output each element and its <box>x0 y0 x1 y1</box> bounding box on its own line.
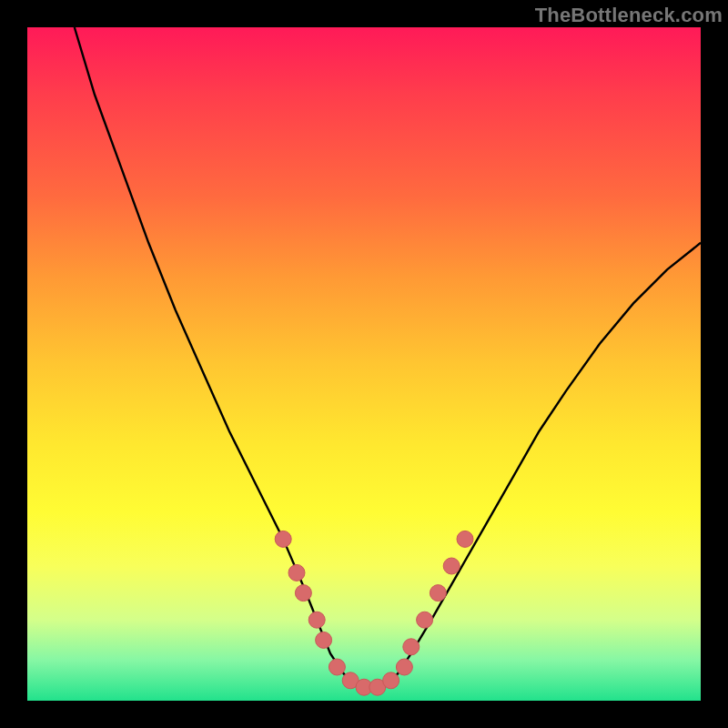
curve-marker <box>316 632 332 648</box>
curve-marker <box>430 585 446 602</box>
curve-marker <box>275 531 291 547</box>
chart-frame: TheBottleneck.com <box>0 0 728 728</box>
curve-marker <box>443 558 460 574</box>
curve-marker <box>417 612 433 628</box>
curve-marker <box>383 672 399 689</box>
curve-marker <box>329 659 345 675</box>
chart-plot-area <box>27 27 701 701</box>
curve-marker <box>308 612 325 628</box>
curve-marker <box>403 639 420 655</box>
curve-markers <box>275 531 473 695</box>
bottleneck-curve-path <box>75 27 701 687</box>
curve-marker <box>457 531 473 547</box>
curve-marker <box>288 564 305 581</box>
watermark-label: TheBottleneck.com <box>535 4 723 27</box>
bottleneck-curve-svg <box>27 27 701 701</box>
curve-marker <box>295 585 311 602</box>
curve-marker <box>396 659 412 675</box>
